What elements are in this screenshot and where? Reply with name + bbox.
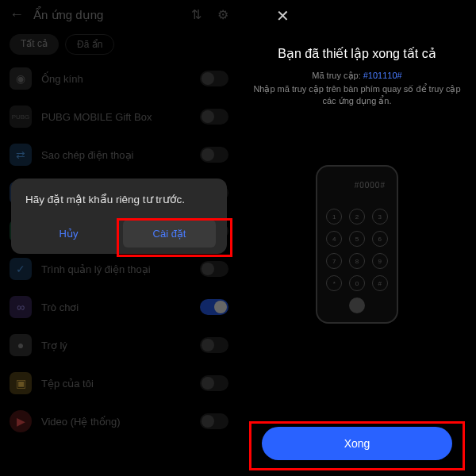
toggle[interactable] [200, 71, 228, 86]
app-icon: ▣ [10, 372, 32, 394]
app-icon: PUBG [10, 106, 32, 128]
app-name: Trợ lý [41, 340, 190, 351]
toggle[interactable] [200, 147, 228, 163]
app-icon: ◉ [10, 67, 32, 90]
toggle[interactable] [200, 413, 228, 429]
settings-button[interactable]: Cài đặt [123, 220, 216, 248]
setup-content: Bạn đã thiết lập xong tất cả Mã truy cập… [238, 46, 476, 108]
dialkey: 8 [349, 253, 365, 269]
toggle[interactable] [200, 109, 228, 125]
cancel-button[interactable]: Hủy [22, 220, 115, 248]
tabs: Tất cả Đã ẩn [0, 29, 238, 60]
gear-icon[interactable]: ⚙ [217, 7, 228, 22]
filter-icon[interactable]: ⇅ [191, 7, 202, 22]
header: ← Ẩn ứng dụng ⇅ ⚙ [0, 0, 238, 29]
password-dialog: Hãy đặt mật khẩu riêng tư trước. Hủy Cài… [11, 178, 227, 254]
dialkey: # [372, 275, 388, 291]
list-item: ▶ Video (Hệ thống) [10, 402, 228, 440]
done-button[interactable]: Xong [262, 427, 452, 460]
setup-title: Bạn đã thiết lập xong tất cả [251, 46, 463, 61]
dialkey: 6 [372, 231, 388, 247]
dialpad: 1 2 3 4 5 6 7 8 9 * 0 # [325, 209, 389, 313]
list-item: ▣ Tệp của tôi [10, 364, 228, 402]
list-item: ✓ Trình quản lý điện thoại [10, 250, 228, 288]
app-name: Video (Hệ thống) [41, 416, 190, 428]
dialkey: 3 [372, 209, 388, 225]
list-item: ◉ Ống kính [10, 60, 228, 98]
toggle[interactable] [200, 261, 228, 277]
app-icon: ▶ [10, 410, 32, 432]
list-item: PUBG PUBG MOBILE Gift Box [10, 98, 228, 136]
app-icon: ✓ [10, 258, 32, 280]
setup-description: Nhập mã truy cập trên bàn phím quay số đ… [251, 83, 463, 108]
app-name: Sao chép điện thoại [41, 149, 190, 161]
back-icon[interactable]: ← [10, 6, 24, 23]
access-code: #101110# [363, 71, 402, 80]
dialog-message: Hãy đặt mật khẩu riêng tư trước. [22, 193, 216, 205]
list-item: ∞ Trò chơi [10, 288, 228, 326]
toggle[interactable] [200, 337, 228, 353]
phone-display: #0000# [325, 181, 389, 190]
app-name: PUBG MOBILE Gift Box [41, 111, 190, 123]
app-icon: ∞ [10, 296, 32, 318]
toggle[interactable] [200, 375, 228, 391]
tab-hidden[interactable]: Đã ẩn [65, 34, 114, 55]
right-screenshot: ✕ Bạn đã thiết lập xong tất cả Mã truy c… [238, 0, 476, 476]
list-item: ● Trợ lý [10, 326, 228, 364]
close-icon[interactable]: ✕ [276, 6, 290, 25]
app-name: Ống kính [41, 73, 190, 85]
app-icon: ⇄ [10, 144, 32, 166]
dialkey-home [349, 298, 365, 313]
toggle[interactable] [200, 299, 228, 315]
tab-all[interactable]: Tất cả [10, 34, 59, 55]
left-screenshot: ← Ẩn ứng dụng ⇅ ⚙ Tất cả Đã ẩn ◉ Ống kín… [0, 0, 238, 476]
page-title: Ẩn ứng dụng [33, 8, 182, 22]
list-item: ⇄ Sao chép điện thoại [10, 136, 228, 174]
dialkey: 9 [372, 253, 388, 269]
app-name: Trình quản lý điện thoại [41, 263, 190, 275]
dialkey: 4 [326, 231, 342, 247]
phone-illustration: #0000# 1 2 3 4 5 6 7 8 9 * 0 # [316, 165, 398, 324]
code-label: Mã truy cập: [312, 71, 363, 80]
dialkey: * [326, 275, 342, 291]
app-icon: ● [10, 334, 32, 356]
dialkey: 5 [349, 231, 365, 247]
app-name: Tệp của tôi [41, 378, 190, 390]
dialog-buttons: Hủy Cài đặt [22, 220, 216, 248]
dialkey: 1 [326, 209, 342, 225]
app-name: Trò chơi [41, 301, 190, 313]
dialkey: 7 [326, 253, 342, 269]
access-code-line: Mã truy cập: #101110# [251, 71, 463, 81]
dialkey: 0 [349, 275, 365, 291]
dialkey: 2 [349, 209, 365, 225]
